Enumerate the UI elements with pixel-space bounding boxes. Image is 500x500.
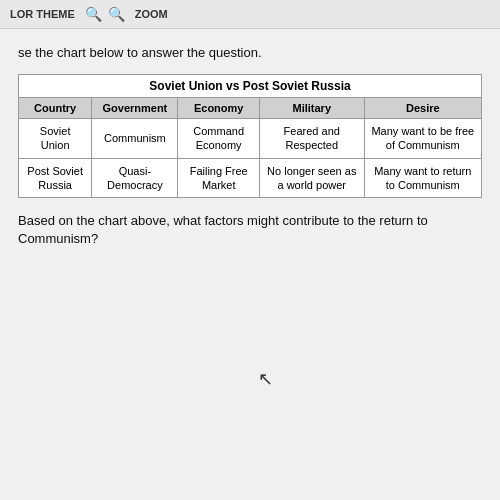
row1-desire: Many want to be free of Communism xyxy=(364,119,481,159)
row2-government: Quasi-Democracy xyxy=(92,158,178,198)
comparison-table-wrapper: Soviet Union vs Post Soviet Russia Count… xyxy=(18,74,482,198)
main-content: se the chart below to answer the questio… xyxy=(0,29,500,265)
row1-government: Communism xyxy=(92,119,178,159)
row1-country: Soviet Union xyxy=(19,119,92,159)
row2-military: No longer seen as a world power xyxy=(259,158,364,198)
col-header-country: Country xyxy=(19,98,92,119)
toolbar-icons: 🔍 🔍 xyxy=(85,6,125,22)
row2-desire: Many want to return to Communism xyxy=(364,158,481,198)
table-row: Soviet Union Communism Command Economy F… xyxy=(19,119,482,159)
comparison-table: Soviet Union vs Post Soviet Russia Count… xyxy=(18,74,482,198)
table-row: Post Soviet Russia Quasi-Democracy Faili… xyxy=(19,158,482,198)
row1-military: Feared and Respected xyxy=(259,119,364,159)
question-text: Based on the chart above, what factors m… xyxy=(18,212,482,248)
zoom-out-icon[interactable]: 🔍 xyxy=(85,6,102,22)
table-title: Soviet Union vs Post Soviet Russia xyxy=(19,75,482,98)
col-header-military: Military xyxy=(259,98,364,119)
color-theme-label: LOR THEME xyxy=(10,8,75,20)
table-title-row: Soviet Union vs Post Soviet Russia xyxy=(19,75,482,98)
col-header-desire: Desire xyxy=(364,98,481,119)
table-header-row: Country Government Economy Military Desi… xyxy=(19,98,482,119)
zoom-label: ZOOM xyxy=(135,8,168,20)
zoom-in-icon[interactable]: 🔍 xyxy=(108,6,125,22)
row2-country: Post Soviet Russia xyxy=(19,158,92,198)
toolbar: LOR THEME 🔍 🔍 ZOOM xyxy=(0,0,500,29)
col-header-government: Government xyxy=(92,98,178,119)
cursor-pointer: ↖ xyxy=(258,368,273,390)
row2-economy: Failing Free Market xyxy=(178,158,259,198)
row1-economy: Command Economy xyxy=(178,119,259,159)
col-header-economy: Economy xyxy=(178,98,259,119)
instruction-text: se the chart below to answer the questio… xyxy=(18,45,482,60)
